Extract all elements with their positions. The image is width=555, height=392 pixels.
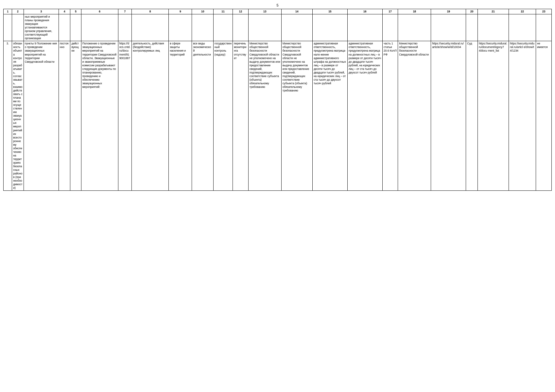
row3-col7: https://docs.cntd.ru/document/81 9001887	[118, 41, 132, 191]
cont-col16	[347, 14, 382, 41]
cont-col3: ных мероприятий и планы проведения эваку…	[24, 14, 59, 41]
col-header-19: 19	[431, 9, 466, 14]
row3-col5: действующее	[70, 41, 81, 191]
col-header-21: 21	[478, 9, 509, 14]
col-header-18: 18	[398, 9, 431, 14]
row3-col13: Министерство общественной безопасности С…	[248, 41, 281, 191]
col-header-7: 7	[118, 9, 132, 14]
col-header-14: 14	[281, 9, 312, 14]
row3-col15: административная ответственность, предус…	[312, 41, 347, 191]
col-header-15: 15	[312, 9, 347, 14]
continuation-row: ных мероприятий и планы проведения эваку…	[4, 14, 552, 41]
col-header-22: 22	[509, 9, 536, 14]
cont-col4	[59, 14, 70, 41]
page-number: 5	[3, 3, 552, 7]
main-table: 1 2 3 4 5 6 7 8 9 10 11 12 13 14 15 16 1…	[3, 9, 552, 191]
cont-col20	[466, 14, 478, 41]
row3-col11: государственный контроль (надзор)	[213, 41, 233, 191]
col-header-12: 12	[233, 9, 249, 14]
col-header-13: 13	[248, 9, 281, 14]
row3-col17: часть 1 статьи 20.6 КоАП РФ	[382, 41, 398, 191]
column-header-row: 1 2 3 4 5 6 7 8 9 10 11 12 13 14 15 16 1…	[4, 9, 552, 14]
row3-col10: все виды экономической деятельности	[192, 41, 213, 191]
col-header-3: 3	[24, 9, 59, 14]
col-header-11: 11	[213, 9, 233, 14]
cont-col23	[536, 14, 552, 41]
cont-col17	[382, 14, 398, 41]
cont-col15	[312, 14, 347, 41]
cont-col6	[81, 14, 118, 41]
col-header-17: 17	[382, 9, 398, 14]
col-header-4: 4	[59, 9, 70, 14]
row3-col2: обязанность объекта контроля разрабатыва…	[12, 41, 24, 191]
row3-col4: постоянно	[59, 41, 70, 191]
table-row-3: 3. обязанность объекта контроля разрабат…	[4, 41, 552, 191]
page-container: 5 1	[0, 0, 555, 392]
cont-col8	[132, 14, 169, 41]
cont-col14	[281, 14, 312, 41]
cont-col9	[169, 14, 192, 41]
cont-col11	[213, 14, 233, 41]
cont-col22	[509, 14, 536, 41]
row3-col16: административная ответственность, предус…	[347, 41, 382, 191]
row3-col3: пункты 9 Положение ния о проведении эвак…	[24, 41, 59, 191]
row3-col8: деятельность, действия (бездействие) кон…	[132, 41, 169, 191]
col-header-8: 8	[132, 9, 169, 14]
row3-col14: Министерство общественной безопасности С…	[281, 41, 312, 191]
cont-col7	[118, 14, 132, 41]
row3-col9: в сфере защиты населения и территорий	[169, 41, 192, 191]
row3-col20: Суд	[466, 41, 478, 191]
row3-col1: 3.	[4, 41, 12, 191]
col-header-1: 1	[4, 9, 12, 14]
cont-col1	[4, 14, 12, 41]
col-header-10: 10	[192, 9, 213, 14]
cont-col19	[431, 14, 466, 41]
cont-col12	[233, 14, 249, 41]
col-header-6: 6	[81, 9, 118, 14]
cont-col13	[248, 14, 281, 41]
cont-col21	[478, 14, 509, 41]
col-header-5: 5	[70, 9, 81, 14]
col-header-16: 16	[347, 9, 382, 14]
row3-col6: Положение о проведении эвакуационных мер…	[81, 41, 118, 191]
row3-col18: Министерство общественной безопасности С…	[398, 41, 431, 191]
row3-col19: https://security.midural.ru/article/show…	[431, 41, 466, 191]
col-header-9: 9	[169, 9, 192, 14]
row3-col23: не имеется	[536, 41, 552, 191]
cont-col10	[192, 14, 213, 41]
row3-col12: перечень мониторинга отсутствует	[233, 41, 249, 191]
cont-col18	[398, 14, 431, 41]
row3-col22: https://security.midural.ru/articl e/sho…	[509, 41, 536, 191]
cont-col2	[12, 14, 24, 41]
cont-col5	[70, 14, 81, 41]
row3-col21: https://security.midural.ru/document/ego…	[478, 41, 509, 191]
col-header-23: 23	[536, 9, 552, 14]
col-header-20: 20	[466, 9, 478, 14]
col-header-2: 2	[12, 9, 24, 14]
